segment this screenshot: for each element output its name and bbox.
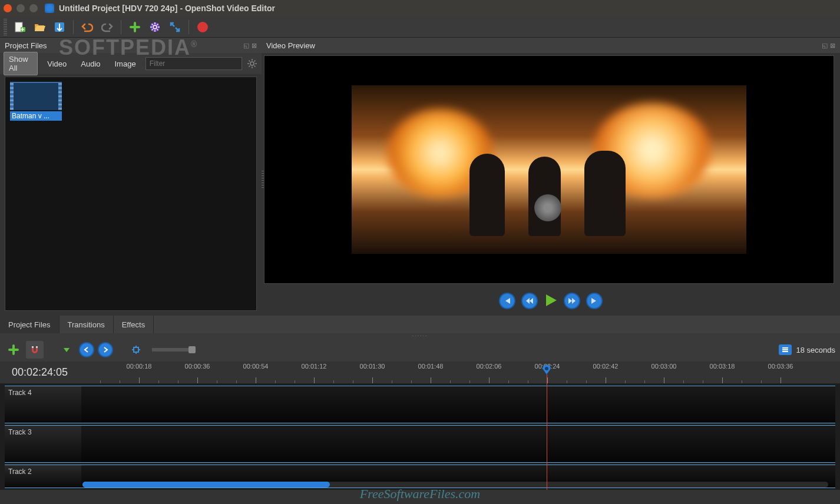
video-preview-area[interactable] — [264, 55, 834, 284]
window-minimize-button[interactable] — [16, 4, 25, 12]
prev-marker-button[interactable] — [79, 342, 94, 357]
save-project-button[interactable] — [51, 18, 68, 36]
svg-point-6 — [250, 62, 254, 65]
fast-forward-button[interactable] — [564, 293, 580, 309]
filter-show-all[interactable]: Show All — [4, 52, 38, 75]
plus-icon — [129, 21, 141, 33]
filter-video[interactable]: Video — [42, 57, 71, 71]
track-body[interactable] — [81, 386, 835, 423]
folder-open-icon — [34, 21, 45, 33]
tab-effects[interactable]: Effects — [114, 316, 154, 333]
project-file-item[interactable]: Batman v ... — [10, 82, 62, 121]
project-files-panel: Project Files ◱ ⊠ Show All Video Audio I… — [0, 38, 262, 316]
redo-icon — [101, 21, 113, 33]
new-project-button[interactable] — [11, 18, 28, 36]
track-body[interactable] — [81, 426, 835, 462]
track-4[interactable]: Track 4 — [5, 386, 835, 423]
ruler-tick-label: 00:03:36 — [768, 363, 793, 370]
filter-input[interactable] — [145, 57, 242, 70]
panel-title: Project Files — [5, 41, 47, 50]
zoom-info-icon — [779, 344, 792, 355]
svg-point-13 — [545, 367, 548, 370]
export-video-button[interactable] — [194, 18, 211, 36]
panel-undock-icon[interactable]: ◱ — [822, 42, 828, 49]
main-toolbar — [0, 16, 840, 38]
play-button[interactable] — [544, 293, 558, 309]
open-project-button[interactable] — [31, 18, 48, 36]
svg-rect-8 — [36, 346, 38, 348]
center-icon — [131, 344, 141, 355]
timeline-toolbar: 18 seconds — [0, 338, 840, 362]
ruler-ticks: 00:00:1800:00:3600:00:5400:01:1200:01:30… — [106, 362, 840, 383]
tab-project-files[interactable]: Project Files — [0, 316, 59, 333]
ruler-tick-label: 00:02:42 — [593, 363, 619, 370]
playback-controls — [262, 286, 840, 316]
video-preview-panel: Video Preview ◱ ⊠ — [262, 38, 840, 316]
ruler-tick-label: 00:01:12 — [302, 363, 327, 370]
redo-button[interactable] — [98, 18, 116, 36]
time-ruler[interactable]: 00:02:24:05 00:00:1800:00:3600:00:5400:0… — [0, 362, 840, 384]
fullscreen-icon — [169, 21, 181, 33]
track-label: Track 2 — [8, 467, 32, 476]
panel-close-icon[interactable]: ⊠ — [830, 42, 835, 49]
track-header[interactable]: Track 3 — [5, 426, 81, 462]
jump-end-button[interactable] — [586, 293, 603, 309]
workspace: Project Files ◱ ⊠ Show All Video Audio I… — [0, 38, 840, 316]
horizontal-splitter[interactable]: ······ — [0, 333, 840, 338]
marker-button[interactable] — [58, 341, 75, 359]
ruler-tick-label: 00:00:54 — [243, 363, 269, 370]
svg-rect-11 — [782, 349, 788, 350]
skip-start-icon — [503, 297, 511, 305]
skip-end-icon — [590, 297, 598, 305]
file-label: Batman v ... — [10, 111, 62, 121]
center-playhead-button[interactable] — [127, 341, 145, 359]
arrow-left-icon — [83, 346, 90, 353]
filter-image[interactable]: Image — [110, 57, 141, 71]
title-bar: Untitled Project [HDV 720 24p] - OpenSho… — [0, 0, 840, 16]
fullscreen-button[interactable] — [166, 18, 184, 36]
zoom-slider[interactable] — [152, 348, 193, 352]
window-controls — [4, 4, 38, 12]
track-header[interactable]: Track 4 — [5, 386, 81, 423]
bottom-tabs: Project Files Transitions Effects — [0, 316, 840, 333]
project-files-header: Project Files ◱ ⊠ — [0, 38, 262, 53]
zoom-slider-handle[interactable] — [188, 346, 196, 353]
track-header[interactable]: Track 2 — [5, 465, 81, 488]
add-track-button[interactable] — [5, 341, 22, 359]
ruler-tick-label: 00:00:36 — [185, 363, 210, 370]
ruler-tick-label: 00:01:30 — [360, 363, 385, 370]
playhead[interactable] — [547, 374, 547, 490]
window-close-button[interactable] — [4, 4, 12, 12]
panel-title: Video Preview — [266, 41, 315, 50]
rewind-button[interactable] — [521, 293, 538, 309]
undo-button[interactable] — [78, 18, 96, 36]
timeline-scrollbar-thumb[interactable] — [82, 482, 330, 488]
current-time-display: 00:02:24:05 — [12, 366, 68, 379]
snap-button[interactable] — [26, 341, 44, 359]
import-files-button[interactable] — [126, 18, 144, 36]
forward-icon — [568, 297, 576, 305]
svg-rect-10 — [782, 347, 788, 349]
save-icon — [54, 21, 65, 33]
panel-close-icon[interactable]: ⊠ — [252, 42, 257, 49]
svg-point-5 — [197, 22, 208, 32]
timeline-scrollbar[interactable] — [82, 482, 828, 488]
project-files-area[interactable]: Batman v ... — [5, 77, 257, 311]
tab-transitions[interactable]: Transitions — [59, 316, 114, 333]
playhead-handle-icon[interactable] — [542, 365, 551, 374]
svg-rect-7 — [32, 346, 34, 348]
track-3[interactable]: Track 3 — [5, 425, 835, 463]
jump-start-button[interactable] — [499, 293, 515, 309]
toolbar-grip[interactable] — [4, 19, 7, 35]
ruler-tick-label: 00:00:18 — [127, 363, 152, 370]
filter-audio[interactable]: Audio — [76, 57, 105, 71]
profile-button[interactable] — [146, 18, 164, 36]
video-preview-header: Video Preview ◱ ⊠ — [262, 38, 840, 53]
window-maximize-button[interactable] — [29, 4, 38, 12]
ruler-tick-label: 00:03:00 — [652, 363, 677, 370]
panel-undock-icon[interactable]: ◱ — [243, 42, 249, 49]
gear-circle-icon — [149, 21, 161, 33]
next-marker-button[interactable] — [98, 342, 113, 357]
filter-settings-button[interactable] — [247, 57, 258, 71]
file-plus-icon — [14, 21, 25, 33]
